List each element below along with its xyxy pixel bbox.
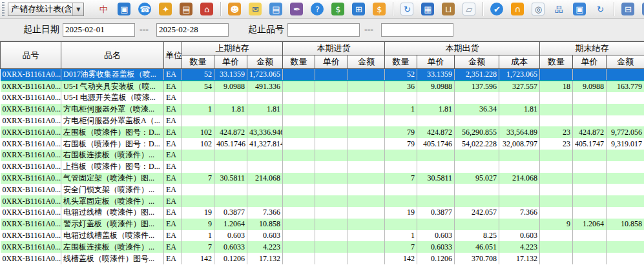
cell-out-cost[interactable]: 327.557 xyxy=(499,81,540,92)
cell-in-qty[interactable] xyxy=(283,173,315,184)
cell-out-qty[interactable]: 79 xyxy=(385,126,417,138)
cell-end-amount[interactable] xyxy=(607,115,644,127)
cell-item-code[interactable]: 0XRX-B1161A0... xyxy=(1,207,61,219)
cell-out-cost[interactable]: 7.366 xyxy=(499,207,540,219)
cell-prev-qty[interactable] xyxy=(182,195,214,207)
check-circle-icon[interactable]: ✔ xyxy=(490,3,503,15)
cell-prev-qty[interactable]: 52 xyxy=(182,69,214,81)
cell-prev-amount[interactable] xyxy=(247,150,283,161)
cell-item-code[interactable]: 0XRX-B1161A0... xyxy=(1,173,61,184)
cell-end-amount[interactable] xyxy=(607,207,644,219)
cell-item-name[interactable]: 机头罩固定板（喷漆件）... xyxy=(61,195,164,207)
person-dollar-icon[interactable]: $ xyxy=(373,3,386,15)
cell-prev-qty[interactable]: 54 xyxy=(182,81,214,92)
cell-in-qty[interactable] xyxy=(283,241,315,253)
cell-item-name[interactable]: 上挡板（喷漆件）图号：D... xyxy=(61,161,164,173)
cell-out-price[interactable] xyxy=(417,195,455,207)
cell-out-amount[interactable]: 242.057 xyxy=(455,207,499,219)
table-row[interactable]: 0XRX-B1161A0...右围板（喷漆件）图号：D...EA102405.1… xyxy=(1,138,644,150)
cell-out-qty[interactable] xyxy=(385,150,417,161)
cell-prev-qty[interactable]: 102 xyxy=(182,126,214,138)
table-row[interactable]: 0XRX-B1161A0...方电柜伺服器外罩（喷漆...EA11.811.81… xyxy=(1,104,644,115)
cell-unit[interactable]: EA xyxy=(164,104,182,115)
cell-end-amount[interactable] xyxy=(607,241,644,253)
col-group-period-inbound[interactable]: 本期进货 xyxy=(283,42,385,55)
cell-item-name[interactable]: U5-I 气动夹具安装板（喷... xyxy=(61,81,164,92)
cell-prev-price[interactable]: 9.0988 xyxy=(214,81,247,92)
cell-end-price[interactable] xyxy=(573,92,607,104)
cell-prev-price[interactable]: 0.1206 xyxy=(214,253,247,264)
cell-in-price[interactable] xyxy=(315,184,348,195)
col-header-in-price[interactable]: 单价 xyxy=(315,55,348,69)
cell-in-qty[interactable] xyxy=(283,138,315,150)
cell-out-price[interactable] xyxy=(417,184,455,195)
cell-out-price[interactable] xyxy=(417,219,455,230)
cell-item-code[interactable]: 0XRX-B1161A0... xyxy=(1,69,61,81)
cell-end-price[interactable]: 424.872 xyxy=(573,126,607,138)
cell-prev-price[interactable]: 0.3877 xyxy=(214,207,247,219)
cell-out-amount[interactable]: 137.596 xyxy=(455,81,499,92)
cell-end-qty[interactable] xyxy=(540,150,573,161)
cell-prev-price[interactable] xyxy=(214,161,247,173)
cell-in-price[interactable] xyxy=(315,207,348,219)
cell-out-cost[interactable]: 1.81 xyxy=(499,104,540,115)
cell-prev-amount[interactable]: 17.132 xyxy=(247,253,283,264)
cell-in-amount[interactable] xyxy=(348,184,385,195)
cell-in-price[interactable] xyxy=(315,69,348,81)
cell-out-amount[interactable] xyxy=(455,92,499,104)
phone-icon[interactable]: ☎ xyxy=(138,3,151,15)
cell-unit[interactable]: EA xyxy=(164,230,182,242)
cell-in-amount[interactable] xyxy=(348,92,385,104)
cell-item-name[interactable]: 电箱过线槽（喷漆件）图... xyxy=(61,207,164,219)
cell-in-price[interactable] xyxy=(315,138,348,150)
cell-item-name[interactable]: 方电柜伺服器外罩盖板A（... xyxy=(61,115,164,127)
cell-unit[interactable]: EA xyxy=(164,138,182,150)
cell-end-amount[interactable]: 9,319.017 xyxy=(607,138,644,150)
cell-prev-amount[interactable] xyxy=(247,161,283,173)
cell-end-amount[interactable] xyxy=(607,161,644,173)
table-row[interactable]: 0XRX-B1161A0...警示灯盖板（喷漆件）图...EA91.206410… xyxy=(1,219,644,230)
cell-prev-qty[interactable] xyxy=(182,150,214,161)
cell-unit[interactable]: EA xyxy=(164,150,182,161)
col-header-item-name[interactable]: 品名 xyxy=(61,42,164,69)
cell-prev-qty[interactable]: 142 xyxy=(182,253,214,264)
cell-in-amount[interactable] xyxy=(348,138,385,150)
date-to-input[interactable] xyxy=(156,23,229,37)
monitor-icon[interactable]: ▣ xyxy=(118,3,130,15)
cell-prev-qty[interactable]: 7 xyxy=(182,173,214,184)
cell-unit[interactable]: EA xyxy=(164,253,182,264)
cell-out-qty[interactable]: 36 xyxy=(385,81,417,92)
document-icon[interactable]: ▤ xyxy=(269,3,282,15)
item-from-input[interactable] xyxy=(287,23,360,37)
cell-out-qty[interactable]: 142 xyxy=(385,253,417,264)
cell-out-amount[interactable] xyxy=(455,219,499,230)
cell-out-qty[interactable]: 79 xyxy=(385,138,417,150)
cell-end-amount[interactable] xyxy=(607,150,644,161)
cell-end-price[interactable] xyxy=(573,184,607,195)
col-header-out-cost[interactable]: 成本 xyxy=(499,55,540,69)
cell-in-amount[interactable] xyxy=(348,161,385,173)
cell-out-amount[interactable]: 46.051 xyxy=(455,241,499,253)
archive-box-icon[interactable]: ⊔ xyxy=(442,3,455,15)
table-row[interactable]: 0XRX-B1161A0...左围板（喷漆件）图号：D...EA102424.8… xyxy=(1,126,644,138)
cell-unit[interactable]: EA xyxy=(164,92,182,104)
cell-prev-price[interactable]: 1.81 xyxy=(214,104,247,115)
cell-prev-price[interactable] xyxy=(214,115,247,127)
cell-end-amount[interactable] xyxy=(607,173,644,184)
cell-item-code[interactable]: 0XRX-B1161A0... xyxy=(1,150,61,161)
doc-search-icon[interactable]: ◎ xyxy=(532,3,545,15)
cell-prev-qty[interactable]: 9 xyxy=(182,219,214,230)
cell-item-code[interactable]: 0XRX-B1161A0... xyxy=(1,184,61,195)
cell-unit[interactable]: EA xyxy=(164,161,182,173)
cell-in-price[interactable] xyxy=(315,161,348,173)
cell-out-amount[interactable]: 36.34 xyxy=(455,104,499,115)
cell-end-amount[interactable] xyxy=(607,195,644,207)
cell-item-code[interactable]: 0XRX-B1161A0... xyxy=(1,81,61,92)
table-row[interactable]: 0XRX-B1161A0...气管固定架（喷漆件）图...EA730.58112… xyxy=(1,173,644,184)
copy-documents-icon[interactable]: ▱ xyxy=(462,3,475,15)
col-header-out-price[interactable]: 单价 xyxy=(417,55,455,69)
cell-prev-amount[interactable] xyxy=(247,184,283,195)
cell-out-price[interactable]: 405.1746 xyxy=(417,138,455,150)
cell-prev-qty[interactable]: 7 xyxy=(182,241,214,253)
col-header-in-qty[interactable]: 数量 xyxy=(283,55,315,69)
